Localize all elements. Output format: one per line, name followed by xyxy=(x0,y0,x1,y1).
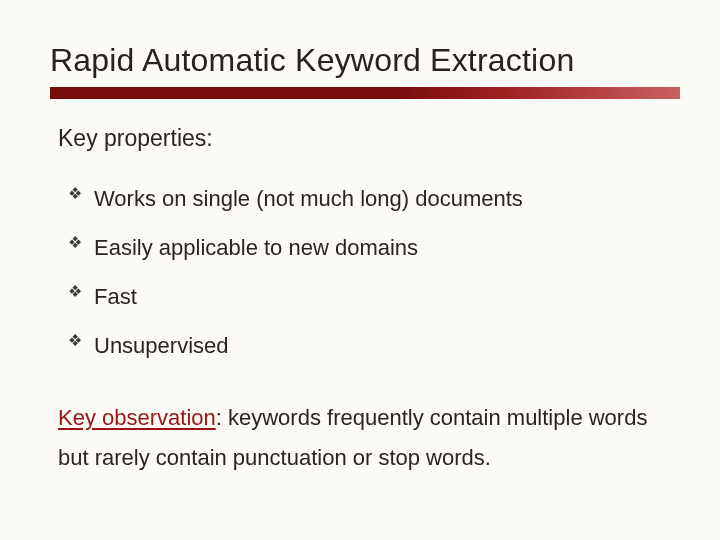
list-item: Works on single (not much long) document… xyxy=(68,174,662,223)
title-area: Rapid Automatic Keyword Extraction xyxy=(0,0,720,79)
observation-paragraph: Key observation: keywords frequently con… xyxy=(58,398,662,479)
list-item: Fast xyxy=(68,272,662,321)
title-underline xyxy=(50,87,680,99)
slide: Rapid Automatic Keyword Extraction Key p… xyxy=(0,0,720,540)
list-item: Unsupervised xyxy=(68,321,662,370)
slide-title: Rapid Automatic Keyword Extraction xyxy=(50,42,670,79)
properties-list: Works on single (not much long) document… xyxy=(58,174,662,370)
slide-body: Key properties: Works on single (not muc… xyxy=(0,99,720,479)
observation-label: Key observation xyxy=(58,405,216,430)
section-heading: Key properties: xyxy=(58,121,662,156)
list-item: Easily applicable to new domains xyxy=(68,223,662,272)
